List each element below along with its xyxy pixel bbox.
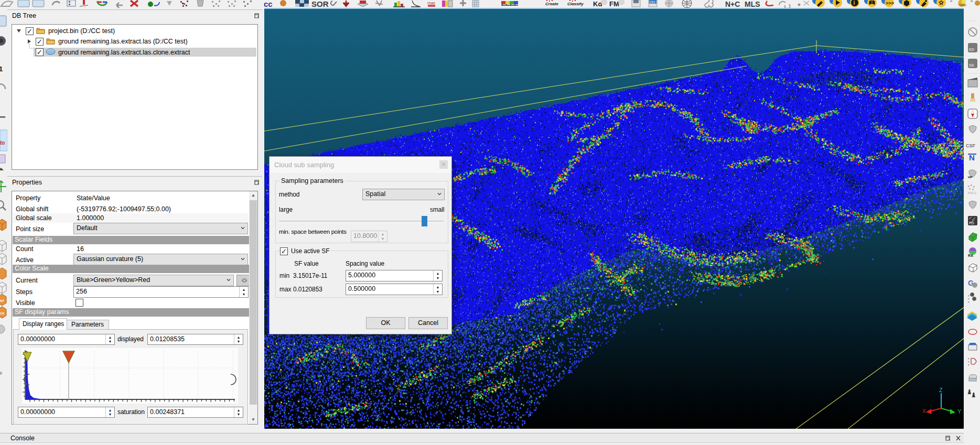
svg-text:HP: HP <box>968 176 972 179</box>
svg-text:Kd: Kd <box>593 0 602 8</box>
svg-text:Classify: Classify <box>567 2 584 6</box>
svg-text:cc: cc <box>264 0 273 8</box>
svg-text:i: i <box>854 0 855 6</box>
svg-text:>>>: >>> <box>886 1 894 6</box>
svg-text:M3C2: M3C2 <box>968 191 977 194</box>
svg-text:CSF: CSF <box>966 143 977 148</box>
svg-text:1: 1 <box>0 65 3 73</box>
svg-text:FM: FM <box>609 0 619 8</box>
svg-text:TRAIN: TRAIN <box>959 4 966 7</box>
svg-text:NT: NT <box>0 299 4 302</box>
svg-text:CSV: CSV <box>650 1 655 4</box>
svg-text:”: ” <box>971 0 973 7</box>
svg-text:max: max <box>427 1 435 5</box>
svg-text:”: ” <box>950 0 952 7</box>
svg-text:CK: CK <box>0 312 5 315</box>
svg-text:SOR: SOR <box>311 0 329 8</box>
svg-text:RA: RA <box>968 254 973 257</box>
svg-text:ED: ED <box>969 48 974 51</box>
svg-text:PD: PD <box>969 221 974 225</box>
svg-text:N+C: N+C <box>725 0 740 8</box>
svg-text:Create: Create <box>545 2 558 6</box>
svg-text:SS: SS <box>969 63 974 67</box>
svg-text:MLS: MLS <box>745 0 760 8</box>
svg-text:to: to <box>0 140 5 146</box>
